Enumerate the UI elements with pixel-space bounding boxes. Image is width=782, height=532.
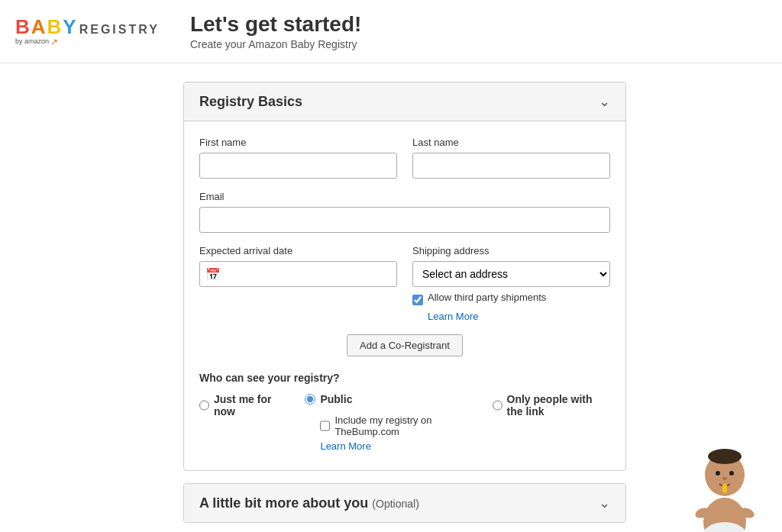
email-input[interactable] [199,207,610,233]
just-me-option: Just me for now [199,393,280,418]
last-name-group: Last name [412,137,610,179]
only-link-label: Only people with the link [507,393,610,418]
add-co-registrant-button[interactable]: Add a Co-Registrant [347,334,463,356]
logo-b: B [15,15,31,38]
only-link-option: Only people with the link [493,393,610,418]
arrival-date-group: Expected arrival date 📅 [199,245,397,322]
shipping-address-label: Shipping address [412,245,610,256]
public-option: Public Include my registry on TheBump.co… [305,393,467,452]
first-name-input[interactable] [199,153,397,179]
last-name-label: Last name [412,137,610,148]
include-bump-label: Include my registry on TheBump.com [334,414,467,437]
public-row: Public [305,393,467,405]
registry-basics-header[interactable]: Registry Basics ⌄ [184,82,625,121]
main-content: Registry Basics ⌄ First name Last name [0,63,641,532]
optional-label: (Optional) [372,498,418,510]
optional-panel: A little bit more about you (Optional) ⌄ [183,483,626,523]
allow-party-checkbox[interactable] [412,295,423,305]
last-name-input[interactable] [412,153,610,179]
allow-party-row: Allow third party shipments [412,292,610,308]
svg-point-4 [722,477,727,480]
baby-image [683,446,767,532]
name-row: First name Last name [199,137,610,179]
just-me-row: Just me for now [199,393,280,418]
email-row: Email [199,191,610,233]
registry-basics-body: First name Last name Email [184,121,625,470]
first-name-group: First name [199,137,397,179]
arrival-date-input[interactable] [199,261,397,287]
only-link-radio[interactable] [493,400,502,411]
visibility-section: Who can see your registry? Just me for n… [199,372,610,452]
logo-a: A [31,15,47,38]
page-subtitle: Create your Amazon Baby Registry [190,38,361,50]
date-input-wrapper: 📅 [199,261,397,287]
page-title: Let's get started! [190,12,361,37]
logo-by-amazon: by amazon ↗ [15,37,160,47]
svg-point-3 [729,471,734,476]
first-name-label: First name [199,137,397,148]
email-group: Email [199,191,610,233]
shipping-address-select[interactable]: Select an address [412,261,610,287]
include-bump-row: Include my registry on TheBump.com [320,414,467,437]
svg-point-1 [708,449,742,464]
just-me-label: Just me for now [214,393,280,418]
svg-point-2 [716,471,720,476]
visibility-question: Who can see your registry? [199,372,610,384]
logo-y: Y [63,15,77,38]
optional-title: A little bit more about you (Optional) [199,495,419,511]
allow-party-label: Allow third party shipments [428,292,546,303]
public-label: Public [320,393,352,405]
svg-rect-5 [722,484,727,493]
public-radio[interactable] [305,394,315,405]
page-header: BABY REGISTRY by amazon ↗ Let's get star… [0,0,782,63]
public-sub: Include my registry on TheBump.com Learn… [320,410,467,452]
email-label: Email [199,191,610,202]
logo-b2: B [47,15,63,38]
include-bump-checkbox[interactable] [320,421,330,431]
registry-basics-title: Registry Basics [199,94,302,110]
registry-basics-panel: Registry Basics ⌄ First name Last name [183,82,626,471]
visibility-options: Just me for now Public [199,393,610,452]
header-text: Let's get started! Create your Amazon Ba… [190,12,361,50]
logo-registry: REGISTRY [79,24,160,36]
logo: BABY REGISTRY by amazon ↗ [15,17,160,47]
optional-header[interactable]: A little bit more about you (Optional) ⌄ [184,484,625,522]
shipping-learn-more-link[interactable]: Learn More [428,311,610,322]
just-me-radio[interactable] [199,400,209,411]
co-registrant-wrapper: Add a Co-Registrant [199,334,610,356]
arrival-date-label: Expected arrival date [199,245,397,256]
chevron-up-icon: ⌄ [599,93,610,110]
shipping-address-group: Shipping address Select an address Allow… [412,245,610,322]
only-link-row: Only people with the link [493,393,610,418]
visibility-learn-more-link[interactable]: Learn More [320,440,467,452]
baby-illustration [683,446,767,532]
chevron-down-icon: ⌄ [599,495,610,511]
date-address-row: Expected arrival date 📅 Shipping address… [199,245,610,322]
amazon-arrow-icon: ↗ [50,37,58,47]
